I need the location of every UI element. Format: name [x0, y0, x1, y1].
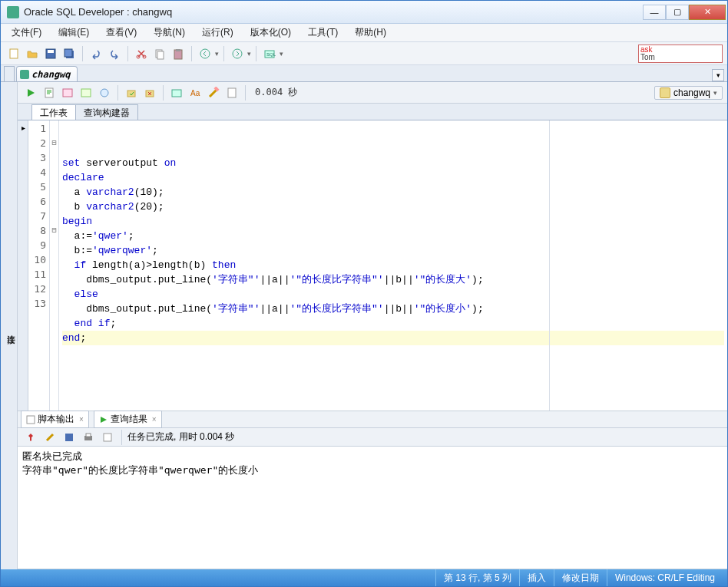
svg-rect-4 — [65, 49, 72, 57]
svg-point-12 — [233, 49, 242, 58]
document-tab[interactable]: changwq — [16, 66, 78, 81]
copy-button[interactable] — [151, 45, 168, 62]
case-button[interactable]: Aa — [187, 84, 204, 101]
sql-worksheet-button[interactable]: SQL — [261, 45, 278, 62]
menu-view[interactable]: 查看(V) — [101, 25, 141, 41]
minimize-button[interactable]: — — [643, 5, 666, 20]
paste-button[interactable] — [170, 45, 187, 62]
svg-rect-16 — [63, 89, 72, 97]
forward-button[interactable] — [229, 45, 246, 62]
play-icon — [99, 415, 108, 424]
menu-help[interactable]: 帮助(H) — [350, 25, 391, 41]
sql-history-button[interactable] — [223, 84, 240, 101]
svg-rect-29 — [104, 434, 111, 441]
status-encoding: Windows: CR/LF Editing — [607, 569, 723, 586]
window-title: Oracle SQL Developer : changwq — [24, 6, 643, 18]
commit-button[interactable] — [123, 84, 140, 101]
sql-dropdown-icon[interactable]: ▾ — [280, 50, 283, 58]
tab-worksheet[interactable]: 工作表 — [31, 104, 76, 120]
close-button[interactable]: ✕ — [689, 5, 726, 20]
forward-dropdown-icon[interactable]: ▾ — [247, 50, 251, 58]
back-dropdown-icon[interactable]: ▾ — [215, 50, 219, 58]
autotrace-button[interactable] — [78, 84, 94, 101]
rollback-button[interactable] — [141, 84, 158, 101]
svg-rect-17 — [81, 89, 91, 97]
menubar: 文件(F) 编辑(E) 查看(V) 导航(N) 运行(R) 版本化(O) 工具(… — [1, 24, 727, 42]
svg-rect-28 — [86, 434, 91, 437]
run-script-button[interactable] — [41, 84, 58, 101]
svg-point-11 — [200, 49, 210, 58]
line-numbers: 12345678910111213 — [28, 120, 50, 411]
menu-tools[interactable]: 工具(T) — [303, 25, 342, 41]
tab-query-builder[interactable]: 查询构建器 — [75, 104, 138, 120]
svg-rect-0 — [10, 49, 18, 58]
tabs-dropdown-button[interactable]: ▾ — [712, 69, 724, 81]
connection-name: changwq — [673, 87, 710, 98]
code-editor: ▸ 12345678910111213 ⊟⊟ set serveroutput … — [18, 120, 727, 411]
svg-rect-19 — [127, 91, 135, 97]
main-toolbar: ▾ ▾ SQL ▾ ask Tom — [1, 42, 727, 65]
maximize-button[interactable]: ▢ — [666, 5, 689, 20]
svg-rect-21 — [172, 90, 181, 97]
script-icon — [26, 415, 35, 424]
menu-edit[interactable]: 编辑(E) — [54, 25, 94, 41]
editor-gutter-handle[interactable]: ▸ — [18, 120, 28, 411]
close-tab-icon[interactable]: × — [79, 415, 84, 424]
ask-tom-box[interactable]: ask Tom — [638, 45, 723, 63]
menu-version[interactable]: 版本化(O) — [246, 25, 296, 41]
undo-button[interactable] — [88, 45, 104, 62]
save-button[interactable] — [42, 45, 59, 62]
clear-output-button[interactable] — [41, 429, 58, 446]
database-icon — [20, 70, 29, 79]
menu-run[interactable]: 运行(R) — [197, 25, 238, 41]
open-button[interactable] — [24, 45, 41, 62]
code-body[interactable]: set serveroutput ondeclare a varchar2(10… — [59, 120, 727, 411]
svg-rect-10 — [176, 49, 180, 51]
execution-time: 0.004 秒 — [255, 86, 297, 99]
save-all-button[interactable] — [61, 45, 78, 62]
connection-selector[interactable]: changwq ▾ — [654, 86, 723, 100]
unshared-worksheet-button[interactable] — [168, 84, 185, 101]
tab-handle-icon[interactable] — [4, 66, 15, 81]
pin-button[interactable] — [22, 429, 39, 446]
svg-text:SQL: SQL — [266, 52, 276, 57]
sql-tuning-button[interactable] — [96, 84, 113, 101]
svg-rect-2 — [48, 50, 54, 53]
svg-rect-25 — [27, 416, 35, 424]
left-sidebar-collapsed[interactable]: 连接 — [1, 82, 18, 569]
clear-button[interactable] — [205, 84, 222, 101]
tab-query-results[interactable]: 查询结果 × — [94, 411, 162, 428]
worksheet-toolbar: Aa 0.004 秒 changwq ▾ — [18, 82, 727, 104]
app-icon — [7, 6, 19, 18]
output-tabstrip: 脚本输出 × 查询结果 × — [18, 411, 727, 428]
tab-script-output[interactable]: 脚本输出 × — [21, 411, 89, 428]
save-output-button[interactable] — [61, 429, 78, 446]
back-button[interactable] — [197, 45, 213, 62]
svg-rect-15 — [45, 88, 53, 97]
document-tab-label: changwq — [31, 69, 71, 80]
database-drum-icon — [660, 87, 670, 98]
status-modified: 修改日期 — [554, 569, 607, 586]
print-button[interactable] — [80, 429, 97, 446]
svg-rect-8 — [157, 51, 164, 59]
right-margin-line — [549, 120, 550, 411]
titlebar: Oracle SQL Developer : changwq — ▢ ✕ — [1, 1, 727, 24]
document-tabstrip: changwq ▾ — [1, 65, 727, 82]
svg-point-18 — [101, 89, 108, 97]
app-window: Oracle SQL Developer : changwq — ▢ ✕ 文件(… — [0, 0, 728, 587]
cut-button[interactable] — [133, 45, 150, 62]
fold-column[interactable]: ⊟⊟ — [50, 120, 59, 411]
output-text[interactable]: 匿名块已完成字符串"qwer"的长度比字符串"qwerqwer"的长度小 — [18, 447, 727, 569]
explain-plan-button[interactable] — [59, 84, 76, 101]
new-button[interactable] — [5, 45, 22, 62]
menu-file[interactable]: 文件(F) — [7, 25, 46, 41]
svg-rect-26 — [65, 434, 73, 441]
output-status-text: 任务已完成, 用时 0.004 秒 — [127, 430, 234, 444]
menu-navigate[interactable]: 导航(N) — [149, 25, 190, 41]
redo-button[interactable] — [106, 45, 123, 62]
svg-rect-24 — [228, 88, 236, 97]
run-button[interactable] — [22, 84, 39, 101]
buffer-button[interactable] — [99, 429, 116, 446]
statusbar: 第 13 行, 第 5 列 插入 修改日期 Windows: CR/LF Edi… — [1, 569, 727, 586]
close-tab-icon[interactable]: × — [152, 415, 157, 424]
